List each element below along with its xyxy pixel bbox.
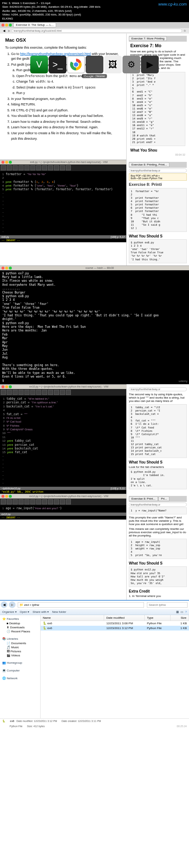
tb-icon[interactable]: [60, 499, 65, 504]
file-row-selected[interactable]: 🐍 ex6 12/23/2011 3:12 PM Python File 1 K…: [41, 626, 189, 631]
vim-editor-1[interactable]: 1 formatter = "%r %r %r %r" 2 3 print fo…: [0, 171, 126, 235]
forward-icon[interactable]: ▶: [7, 29, 12, 32]
vim-editor-2[interactable]: 1 tabby_cat = "\tI'm tabbed in." 2 persi…: [0, 396, 126, 487]
tb-icon[interactable]: [48, 499, 53, 504]
help-icon[interactable]: ?: [185, 610, 187, 614]
chrome-app-icon[interactable]: [67, 56, 85, 73]
close-icon[interactable]: [1, 385, 4, 388]
search-input[interactable]: [147, 602, 188, 608]
libraries-heading[interactable]: 📚 Libraries: [1, 636, 39, 641]
tb-icon[interactable]: [1, 165, 6, 170]
tb-icon[interactable]: [66, 390, 71, 395]
tb-icon[interactable]: [54, 165, 59, 170]
zoom-icon[interactable]: [9, 161, 12, 164]
tb-icon[interactable]: [13, 499, 18, 504]
forward-button[interactable]: ▶: [9, 601, 16, 608]
tb-icon[interactable]: [1, 499, 6, 504]
col-name[interactable]: Name: [41, 615, 104, 621]
tb-icon[interactable]: [42, 390, 47, 395]
sidebar-downloads[interactable]: ⬇ Downloads: [1, 625, 39, 629]
terminal-app-icon[interactable]: >_: [49, 56, 66, 73]
tb-icon[interactable]: [18, 499, 24, 504]
tb-icon[interactable]: [54, 499, 59, 504]
url-input-ex12[interactable]: learnpythonthehardway.or: [129, 503, 187, 507]
tb-icon[interactable]: [42, 165, 47, 170]
sidebar-desktop[interactable]: ■ Desktop: [1, 621, 39, 625]
tab-ex7[interactable]: Exercise 7: More Printing: [129, 36, 167, 41]
open-menu[interactable]: Open ▾: [20, 610, 30, 614]
app-icon-7[interactable]: ▶: [141, 56, 159, 73]
tab-pri[interactable]: Pri...: [158, 496, 169, 501]
view-icon[interactable]: ▦: [176, 610, 179, 614]
network-heading[interactable]: 🌐 Network: [1, 676, 39, 681]
sidebar-recent[interactable]: 🕓 Recent Places: [1, 629, 39, 633]
minimize-icon[interactable]: [5, 495, 8, 498]
tb-icon[interactable]: [54, 390, 59, 395]
tb-icon[interactable]: [24, 165, 30, 170]
organize-menu[interactable]: Organize ▾: [2, 610, 17, 614]
tb-icon[interactable]: [24, 499, 30, 504]
preview-app-icon[interactable]: 🖼: [104, 56, 122, 73]
minimize-icon[interactable]: [5, 385, 8, 388]
tb-icon[interactable]: [13, 390, 18, 395]
exercise0-link[interactable]: http://learnpythonthehardway.org/exercis…: [20, 52, 91, 56]
sidebar-pictures[interactable]: 🖼 Pictures: [1, 649, 39, 653]
zoom-icon[interactable]: [9, 495, 12, 498]
tab-ex8[interactable]: Exercise 8: Printing, Print...: [129, 162, 169, 167]
back-button[interactable]: ◀: [1, 601, 7, 608]
close-icon[interactable]: [1, 495, 4, 498]
vim-app-icon[interactable]: V: [30, 56, 48, 73]
sidebar-videos[interactable]: 🎬 Videos: [1, 653, 39, 657]
col-type[interactable]: Type: [145, 615, 171, 621]
terminal-output[interactable]: $ python ex7.py Mary had a little lamb. …: [0, 270, 189, 384]
tb-icon[interactable]: [36, 390, 41, 395]
close-icon[interactable]: [1, 24, 4, 27]
tb-icon[interactable]: [18, 390, 24, 395]
settings-app-icon[interactable]: ⚙: [123, 56, 140, 73]
share-menu[interactable]: Share with ▾: [32, 610, 49, 614]
bookmark-icon[interactable]: ☆: [182, 29, 188, 32]
sidebar-documents[interactable]: 📄 Documents: [1, 641, 39, 645]
preview-icon[interactable]: ▭: [181, 610, 183, 614]
tb-icon[interactable]: [48, 390, 53, 395]
tb-icon[interactable]: [30, 390, 35, 395]
tb-icon[interactable]: [66, 165, 71, 170]
tb-icon[interactable]: [48, 165, 53, 170]
tb-icon[interactable]: [30, 499, 35, 504]
close-icon[interactable]: [1, 267, 4, 270]
minimize-icon[interactable]: [5, 161, 8, 164]
homegroup-heading[interactable]: 👥 Homegroup: [1, 660, 39, 665]
url-input[interactable]: learnpythonthehardway.org/book/ex0.html: [12, 29, 182, 33]
col-date[interactable]: Date modified: [104, 615, 145, 621]
url-input-ex10[interactable]: learnpythonthehardway.or: [129, 387, 187, 391]
tb-icon[interactable]: [30, 165, 35, 170]
computer-heading[interactable]: 💻 Computer: [1, 668, 39, 673]
tb-icon[interactable]: [7, 390, 12, 395]
tb-icon[interactable]: [36, 499, 41, 504]
app-icon-4[interactable]: [86, 56, 103, 73]
tb-icon[interactable]: [60, 390, 65, 395]
tb-icon[interactable]: [7, 499, 12, 504]
url-input-ex8[interactable]: learnpythonthehardway.or: [129, 169, 187, 173]
zoom-icon[interactable]: [9, 385, 12, 388]
tb-icon[interactable]: [60, 165, 65, 170]
tb-icon[interactable]: [13, 165, 18, 170]
tb-icon[interactable]: [42, 499, 47, 504]
minimize-icon[interactable]: [5, 24, 8, 27]
close-icon[interactable]: [1, 161, 4, 164]
back-icon[interactable]: ◀: [1, 29, 7, 32]
tab-ex8b[interactable]: Exercise 8: Print...: [129, 496, 158, 501]
favorites-heading[interactable]: ⭐ Favorites: [1, 617, 39, 621]
tb-icon[interactable]: [24, 390, 30, 395]
new-folder-button[interactable]: New folder: [52, 610, 66, 614]
tb-icon[interactable]: [66, 499, 71, 504]
tb-icon[interactable]: [36, 165, 41, 170]
col-size[interactable]: Size: [171, 615, 189, 621]
tb-icon[interactable]: [18, 165, 24, 170]
file-row[interactable]: 🐍 ex6 12/23/2011 3:08 PM Python File 1 K…: [41, 621, 189, 626]
tb-icon[interactable]: [1, 390, 6, 395]
zoom-icon[interactable]: [9, 24, 12, 27]
sidebar-music[interactable]: 🎵 Music: [1, 645, 39, 649]
vim-editor-3[interactable]: 1 age = raw_input("How old are you? "): [0, 505, 126, 513]
tb-icon[interactable]: [7, 165, 12, 170]
